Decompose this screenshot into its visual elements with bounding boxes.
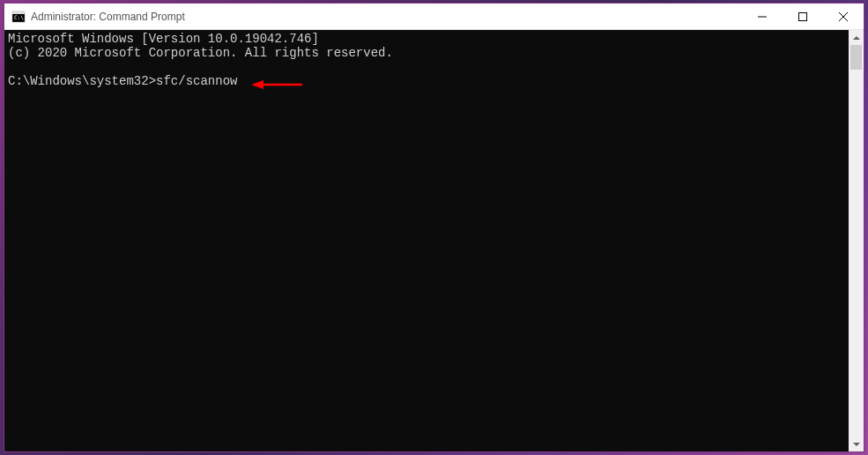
scroll-thumb[interactable] bbox=[850, 45, 862, 70]
svg-marker-8 bbox=[853, 443, 860, 446]
window-controls bbox=[742, 4, 864, 29]
svg-marker-7 bbox=[853, 36, 860, 40]
command-input[interactable]: sfc/scannow bbox=[156, 74, 237, 88]
minimize-button[interactable] bbox=[742, 4, 783, 29]
close-button[interactable] bbox=[823, 4, 864, 29]
vertical-scrollbar[interactable] bbox=[849, 30, 864, 451]
copyright-line: (c) 2020 Microsoft Corporation. All righ… bbox=[8, 46, 393, 60]
prompt-text: C:\Windows\system32> bbox=[8, 74, 156, 88]
console-area: Microsoft Windows [Version 10.0.19042.74… bbox=[4, 30, 864, 451]
window-title: Administrator: Command Prompt bbox=[31, 11, 742, 23]
scroll-down-button[interactable] bbox=[849, 436, 864, 451]
console-output[interactable]: Microsoft Windows [Version 10.0.19042.74… bbox=[4, 30, 849, 451]
version-line: Microsoft Windows [Version 10.0.19042.74… bbox=[8, 32, 319, 46]
scroll-up-button[interactable] bbox=[849, 30, 864, 45]
cmd-icon: C:\ bbox=[11, 10, 26, 24]
maximize-button[interactable] bbox=[783, 4, 823, 29]
svg-text:C:\: C:\ bbox=[14, 14, 24, 20]
titlebar[interactable]: C:\ Administrator: Command Prompt bbox=[4, 4, 864, 30]
command-prompt-window: C:\ Administrator: Command Prompt Micros… bbox=[4, 3, 864, 452]
svg-rect-4 bbox=[799, 12, 807, 20]
